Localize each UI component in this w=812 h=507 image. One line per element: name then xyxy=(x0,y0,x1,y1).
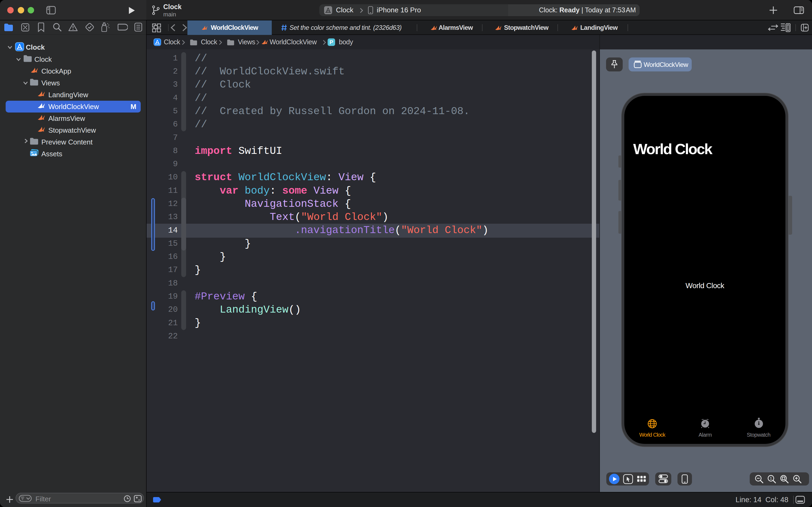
svg-text:1: 1 xyxy=(770,476,772,481)
